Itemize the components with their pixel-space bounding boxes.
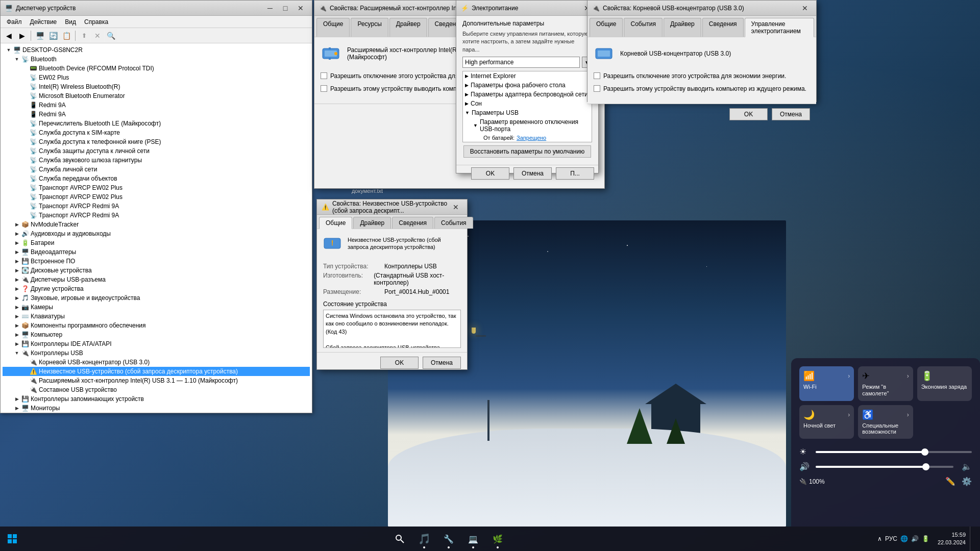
toolbar-props[interactable]: 📋 xyxy=(60,30,72,42)
root-usb-allow-poweroff-checkbox[interactable] xyxy=(594,72,600,79)
tree-bt-dev-10[interactable]: 📡 Служба звукового шлюза гарнитуры xyxy=(3,156,310,165)
power-tree-desktop[interactable]: ▶ Параметры фона рабочего стола xyxy=(463,81,592,90)
power-apply-button[interactable]: П... xyxy=(556,167,594,180)
usb31-allow-poweroff-checkbox[interactable] xyxy=(321,72,327,79)
power-tree-ie[interactable]: ▶ Internet Explorer xyxy=(463,71,592,81)
tree-bt-dev-1[interactable]: 📡 EW02 Plus xyxy=(3,73,310,82)
tree-cat-4[interactable]: ▶ 💾 Встроенное ПО xyxy=(3,257,310,266)
tab-root-usb-power[interactable]: Управление электропитанием xyxy=(745,18,814,37)
tree-bt-dev-4[interactable]: 📱 Redmi 9A xyxy=(3,101,310,110)
unknown-usb-ok-button[interactable]: OK xyxy=(380,357,419,369)
root-usb-ok-button[interactable]: OK xyxy=(729,108,768,120)
tab-root-usb-events[interactable]: События xyxy=(624,18,663,37)
tab-unknown-usb-driver[interactable]: Драйвер xyxy=(353,217,391,229)
taskbar-plant[interactable]: 🌿 xyxy=(486,528,509,550)
tree-cat-13[interactable]: ▶ 💾 Контроллеры IDE ATA/ATAPI xyxy=(3,339,310,348)
tree-usb-controllers[interactable]: ▼ 🔌 Контроллеры USB xyxy=(3,348,310,358)
toolbar-computer[interactable]: 🖥️ xyxy=(34,30,46,42)
show-desktop-button[interactable] xyxy=(970,527,974,551)
tree-bt-dev-16[interactable]: 📡 Транспорт AVRCP Redmi 9A xyxy=(3,211,310,220)
tree-bt-dev-3[interactable]: 📡 Microsoft Bluetooth Enumerator xyxy=(3,91,310,101)
qs-edit-icon[interactable]: ✏️ xyxy=(945,477,955,486)
tree-bluetooth[interactable]: ▼ 📡 Bluetooth xyxy=(3,55,310,64)
accessibility-arrow[interactable]: › xyxy=(907,411,909,418)
tab-usb31-general[interactable]: Общие xyxy=(316,18,350,37)
power-tree-sleep[interactable]: ▶ Сон xyxy=(463,99,592,108)
qs-battery-tile[interactable]: 🔋 Экономия заряда xyxy=(917,366,972,401)
tab-unknown-usb-details[interactable]: Сведения xyxy=(392,217,433,229)
taskbar-devmgr-app[interactable]: 🔧 xyxy=(437,528,460,550)
tree-bt-dev-2[interactable]: 📡 Intel(R) Wireless Bluetooth(R) xyxy=(3,82,310,91)
tree-usb-2[interactable]: 🔌 Расширяемый хост-контроллер Intel(R) U… xyxy=(3,376,310,385)
toolbar-uninstall[interactable]: ✕ xyxy=(91,30,104,42)
volume-slider[interactable] xyxy=(816,466,953,468)
tab-root-usb-general[interactable]: Общие xyxy=(590,18,623,37)
power-restore-button[interactable]: Восстановить параметры по умолчанию xyxy=(463,145,591,158)
taskbar-terminal[interactable]: 💻 xyxy=(462,528,484,550)
devmgr-close-button[interactable]: ✕ xyxy=(293,3,308,14)
night-light-arrow[interactable]: › xyxy=(848,411,850,418)
qs-gear-icon[interactable]: ⚙️ xyxy=(962,477,972,486)
tab-usb31-driver[interactable]: Драйвер xyxy=(389,18,427,37)
menu-view[interactable]: Вид xyxy=(61,17,80,27)
tree-cat-12[interactable]: ▶ 🖥️ Компьютер xyxy=(3,330,310,339)
tree-bt-dev-11[interactable]: 📡 Служба личной сети xyxy=(3,165,310,174)
tree-bt-dev-6[interactable]: 📡 Перечислитель Bluetooth LE (Майкрософт… xyxy=(3,119,310,128)
wifi-arrow[interactable]: › xyxy=(848,372,850,380)
start-button[interactable] xyxy=(0,527,24,551)
power-tree-usb-suspend[interactable]: ▼ Параметр временного отключения USB-пор… xyxy=(463,117,592,134)
qs-accessibility-tile[interactable]: ♿ › Специальные возможности xyxy=(858,405,913,439)
tree-cat-2[interactable]: ▶ 🔋 Батареи xyxy=(3,238,310,247)
tree-bt-dev-14[interactable]: 📡 Транспорт AVRCP EW02 Plus xyxy=(3,192,310,202)
qs-airplane-tile[interactable]: ✈ › Режим "в самолете" xyxy=(858,366,913,401)
toolbar-refresh[interactable]: 🔄 xyxy=(47,30,59,42)
power-ok-button[interactable]: OK xyxy=(471,167,509,180)
power-tree-wireless[interactable]: ▶ Параметры адаптера беспроводной сети xyxy=(463,90,592,99)
taskbar-search[interactable] xyxy=(388,528,411,550)
power-cancel-button[interactable]: Отмена xyxy=(513,167,552,180)
qs-nightlight-tile[interactable]: 🌙 › Ночной свет xyxy=(799,405,854,439)
qs-wifi-tile[interactable]: 📶 › Wi-Fi xyxy=(799,366,854,401)
tree-nvmodule[interactable]: ▶ 📦 NvModuleTracker xyxy=(3,220,310,229)
tree-bt-dev-12[interactable]: 📡 Служба передачи объектов xyxy=(3,174,310,183)
power-tree-usb-params[interactable]: ▼ Параметры USB xyxy=(463,108,592,117)
volume-extra-icon[interactable]: 🔈 xyxy=(962,462,972,471)
tree-cat-1[interactable]: ▶ 🔊 Аудиовходы и аудиовыходы xyxy=(3,229,310,238)
toolbar-back[interactable]: ◀ xyxy=(3,30,15,42)
root-usb-allow-wakeup-checkbox[interactable] xyxy=(594,85,600,92)
power-scheme-display[interactable]: High performance xyxy=(462,57,580,68)
taskbar-clock[interactable]: 15:59 22.03.2024 xyxy=(938,531,966,547)
unknown-usb-close-button[interactable]: ✕ xyxy=(449,202,463,213)
tree-cat-7[interactable]: ▶ ❓ Другие устройства xyxy=(3,284,310,293)
tree-bt-dev-5[interactable]: 📱 Redmi 9A xyxy=(3,110,310,119)
tab-unknown-usb-events[interactable]: События xyxy=(434,217,473,229)
toolbar-forward[interactable]: ▶ xyxy=(16,30,28,42)
tree-computer[interactable]: ▼ 🖥️ DESKTOP-GS8NC2R xyxy=(3,45,310,55)
tree-bt-dev-13[interactable]: 📡 Транспорт AVRCP EW02 Plus xyxy=(3,183,310,192)
brightness-thumb[interactable] xyxy=(921,448,928,456)
toolbar-update-driver[interactable]: ⬆ xyxy=(78,30,90,42)
tree-bt-dev-7[interactable]: 📡 Служба доступа к SIM-карте xyxy=(3,128,310,137)
tree-bt-dev-15[interactable]: 📡 Транспорт AVRCP Redmi 9A xyxy=(3,202,310,211)
taskbar-spotify[interactable]: 🎵 xyxy=(413,528,435,550)
tab-usb31-resources[interactable]: Ресурсы xyxy=(351,18,388,37)
devmgr-maximize-button[interactable]: □ xyxy=(278,3,292,14)
tree-usb-1[interactable]: ⚠️ Неизвестное USB-устройство (сбой запр… xyxy=(3,367,310,376)
unknown-usb-cancel-button[interactable]: Отмена xyxy=(423,357,461,369)
menu-action[interactable]: Действие xyxy=(26,17,61,27)
brightness-slider[interactable] xyxy=(816,451,972,453)
menu-file[interactable]: Файл xyxy=(3,17,26,27)
tree-bt-dev-9[interactable]: 📡 Служба защиты доступа к личной сети xyxy=(3,146,310,156)
tree-cat-8[interactable]: ▶ 🎵 Звуковые, игровые и видеоустройства xyxy=(3,293,310,303)
battery-time-value[interactable]: Запрещено xyxy=(517,135,546,141)
airplane-arrow[interactable]: › xyxy=(907,372,909,380)
tree-bt-dev-0[interactable]: 📟 Bluetooth Device (RFCOMM Protocol TDI) xyxy=(3,64,310,73)
devmgr-minimize-button[interactable]: ─ xyxy=(263,3,277,14)
tree-cat-5[interactable]: ▶ 💽 Дисковые устройства xyxy=(3,266,310,275)
tab-root-usb-driver[interactable]: Драйвер xyxy=(664,18,701,37)
root-usb-cancel-button[interactable]: Отмена xyxy=(772,108,810,120)
tray-volume-icon[interactable]: 🔊 xyxy=(911,535,919,542)
tab-unknown-usb-general[interactable]: Общие xyxy=(319,217,352,229)
tree-cat-11[interactable]: ▶ 📦 Компоненты программного обеспечения xyxy=(3,321,310,330)
root-usb-close-button[interactable]: ✕ xyxy=(798,3,812,14)
